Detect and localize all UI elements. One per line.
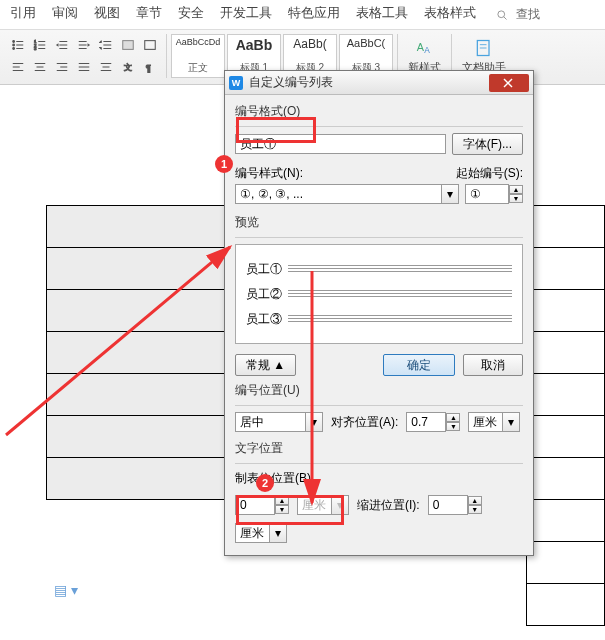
menu-bar: 引用 审阅 视图 章节 安全 开发工具 特色应用 表格工具 表格样式 查找 xyxy=(0,0,605,30)
align-left-icon[interactable] xyxy=(8,57,28,77)
indent-unit-combo[interactable]: ▾ xyxy=(235,523,287,543)
annotation-box xyxy=(236,495,344,525)
assist-icon xyxy=(474,38,494,58)
svg-text:文: 文 xyxy=(124,63,132,72)
cancel-button[interactable]: 取消 xyxy=(463,354,523,376)
align-center-icon[interactable] xyxy=(30,57,50,77)
number-style-combo[interactable]: ▾ xyxy=(235,184,459,204)
svg-rect-36 xyxy=(145,41,156,50)
document-table[interactable] xyxy=(46,205,247,500)
menu-item[interactable]: 特色应用 xyxy=(282,2,346,27)
showmarks-icon[interactable]: ¶ xyxy=(140,57,160,77)
indent-unit-field[interactable] xyxy=(235,523,269,543)
align-value-input[interactable] xyxy=(406,412,446,432)
new-style-icon: AA xyxy=(415,38,435,58)
ok-button[interactable]: 确定 xyxy=(383,354,455,376)
number-style-field[interactable] xyxy=(235,184,441,204)
normal-toggle-button[interactable]: 常规 ▲ xyxy=(235,354,296,376)
annotation-badge-2: 2 xyxy=(256,474,274,492)
menu-item[interactable]: 引用 xyxy=(4,2,42,27)
svg-text:¶: ¶ xyxy=(146,62,151,73)
menu-item[interactable]: 表格工具 xyxy=(350,2,414,27)
number-position-combo[interactable]: ▾ xyxy=(235,412,323,432)
align-spinner[interactable]: ▲▼ xyxy=(446,413,460,431)
document-table-right[interactable] xyxy=(526,205,605,626)
page-break-icon: ▤ ▾ xyxy=(54,582,78,598)
bullets-icon[interactable] xyxy=(8,35,28,55)
annotation-box xyxy=(236,117,316,143)
indent-spinner[interactable]: ▲▼ xyxy=(468,496,482,514)
menu-item[interactable]: 视图 xyxy=(88,2,126,27)
find-button[interactable]: 查找 xyxy=(490,2,552,27)
svg-rect-35 xyxy=(123,41,134,50)
svg-point-4 xyxy=(13,44,15,46)
svg-point-6 xyxy=(13,48,15,50)
chevron-down-icon[interactable]: ▾ xyxy=(502,412,520,432)
align-right-icon[interactable] xyxy=(52,57,72,77)
annotation-badge-1: 1 xyxy=(215,155,233,173)
position-section-label: 编号位置(U) xyxy=(235,382,523,399)
svg-line-1 xyxy=(504,16,507,19)
find-label: 查找 xyxy=(510,4,546,25)
svg-text:A: A xyxy=(424,45,430,55)
borders-icon[interactable] xyxy=(140,35,160,55)
numbering-icon[interactable]: 123 xyxy=(30,35,50,55)
close-button[interactable] xyxy=(489,74,529,92)
dialog-title: 自定义编号列表 xyxy=(249,74,489,91)
start-number-spinner[interactable]: ▲▼ xyxy=(509,185,523,203)
start-label: 起始编号(S): xyxy=(456,165,523,182)
preview-box: 员工① 员工② 员工③ xyxy=(235,244,523,344)
font-button[interactable]: 字体(F)... xyxy=(452,133,523,155)
menu-item[interactable]: 表格样式 xyxy=(418,2,482,27)
number-position-field[interactable] xyxy=(235,412,305,432)
svg-point-2 xyxy=(13,41,15,43)
menu-item[interactable]: 审阅 xyxy=(46,2,84,27)
indent-label: 缩进位置(I): xyxy=(357,497,420,514)
align-justify-icon[interactable] xyxy=(74,57,94,77)
text-direction-icon[interactable]: 文 xyxy=(118,57,138,77)
preview-label: 预览 xyxy=(235,214,523,231)
shading-icon[interactable] xyxy=(118,35,138,55)
indent-value-input[interactable] xyxy=(428,495,468,515)
menu-item[interactable]: 章节 xyxy=(130,2,168,27)
align-unit-field[interactable] xyxy=(468,412,502,432)
search-icon xyxy=(496,9,508,21)
chevron-down-icon[interactable]: ▾ xyxy=(269,523,287,543)
text-pos-label: 文字位置 xyxy=(235,440,523,457)
indent-icon[interactable] xyxy=(74,35,94,55)
dialog-titlebar[interactable]: W 自定义编号列表 xyxy=(225,71,533,95)
start-number-input[interactable] xyxy=(465,184,509,204)
menu-item[interactable]: 开发工具 xyxy=(214,2,278,27)
outdent-icon[interactable] xyxy=(52,35,72,55)
line-spacing-icon[interactable] xyxy=(96,35,116,55)
chevron-down-icon[interactable]: ▾ xyxy=(305,412,323,432)
distribute-icon[interactable] xyxy=(96,57,116,77)
paragraph-group: 123 文 ¶ xyxy=(2,34,167,78)
app-icon: W xyxy=(229,76,243,90)
chevron-down-icon[interactable]: ▾ xyxy=(441,184,459,204)
style-label: 编号样式(N): xyxy=(235,165,303,182)
align-label: 对齐位置(A): xyxy=(331,414,398,431)
style-normal[interactable]: AaBbCcDd 正文 xyxy=(171,34,225,78)
menu-item[interactable]: 安全 xyxy=(172,2,210,27)
svg-text:3: 3 xyxy=(34,46,37,51)
align-unit-combo[interactable]: ▾ xyxy=(468,412,520,432)
svg-point-0 xyxy=(498,10,505,17)
close-icon xyxy=(503,78,515,88)
